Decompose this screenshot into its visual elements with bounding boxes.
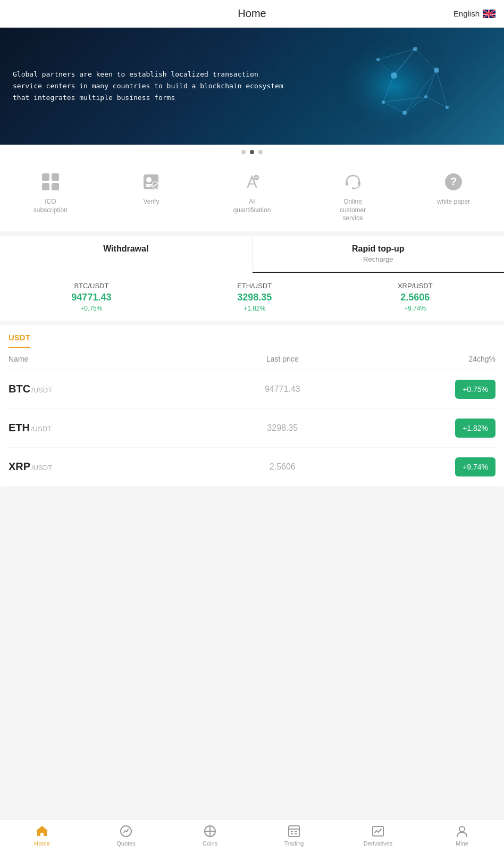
xrp-change: +9.74%: [398, 305, 433, 312]
table-header: Name Last price 24chg%: [9, 348, 495, 370]
col-price: Last price: [191, 355, 374, 363]
col-change: 24chg%: [374, 355, 495, 363]
eth-sub-label: /USDT: [31, 425, 52, 433]
ico-label: ICOsubscription: [33, 198, 68, 214]
grid-icon: [39, 170, 62, 194]
btc-change: +0.75%: [71, 305, 111, 312]
tab-topup[interactable]: Rapid top-up Recharge: [253, 236, 505, 273]
btc-sub-label: /USDT: [31, 386, 52, 394]
ai-icon: [240, 170, 264, 194]
eth-main-label: ETH: [9, 422, 30, 434]
svg-rect-29: [146, 184, 152, 186]
flag-icon: [483, 10, 495, 18]
eth-pair: ETH/USDT: [237, 282, 272, 290]
verify-label: Verify: [143, 198, 159, 206]
xrp-sub-label: /USDT: [31, 464, 52, 472]
svg-point-35: [352, 187, 354, 189]
svg-rect-23: [42, 173, 49, 181]
page-title: Home: [238, 7, 266, 20]
svg-point-15: [413, 47, 417, 51]
svg-point-22: [446, 106, 449, 109]
eth-change-badge: +1.82%: [455, 419, 495, 438]
btc-price: 94771.43: [71, 292, 111, 303]
svg-rect-26: [52, 183, 59, 190]
language-label: English: [453, 9, 480, 18]
topup-tab-label: Rapid top-up: [257, 244, 500, 254]
topup-tab-sub: Recharge: [257, 255, 500, 263]
btc-pair: BTC/USDT: [71, 282, 111, 290]
hero-banner: Global partners are keen to establish lo…: [0, 28, 504, 145]
dot-2[interactable]: [250, 150, 254, 154]
quick-action-verify[interactable]: Verify: [101, 170, 202, 223]
xrp-row-name: XRP /USDT: [9, 461, 191, 473]
usdt-tab[interactable]: USDT: [9, 325, 30, 348]
svg-point-28: [146, 177, 152, 182]
table-row[interactable]: ETH /USDT 3298.35 +1.82%: [9, 409, 495, 448]
eth-row-change: +1.82%: [374, 419, 495, 438]
btc-row-price: 94771.43: [191, 384, 374, 394]
quick-action-ico[interactable]: ICOsubscription: [0, 170, 101, 223]
svg-point-16: [434, 68, 439, 73]
xrp-change-badge: +9.74%: [455, 457, 495, 476]
verify-icon: [139, 170, 163, 194]
ticker-btc[interactable]: BTC/USDT 94771.43 +0.75%: [71, 282, 111, 312]
col-name: Name: [9, 355, 191, 363]
svg-rect-25: [42, 183, 49, 190]
svg-point-1: [330, 33, 458, 139]
quick-action-whitepaper[interactable]: ? white paper: [403, 170, 504, 223]
eth-change: +1.82%: [237, 305, 272, 312]
svg-point-18: [402, 111, 407, 115]
whitepaper-label: white paper: [437, 198, 470, 206]
xrp-row-change: +9.74%: [374, 457, 495, 476]
tab-withdrawal[interactable]: Withdrawal: [0, 236, 253, 273]
headset-icon: [341, 170, 365, 194]
dot-1[interactable]: [241, 150, 246, 154]
svg-point-20: [391, 72, 397, 79]
price-ticker: BTC/USDT 94771.43 +0.75% ETH/USDT 3298.3…: [0, 273, 504, 321]
ai-label: AIquantification: [233, 198, 271, 214]
xrp-row-price: 2.5606: [191, 462, 374, 472]
quick-action-customer-service[interactable]: Onlinecustomerservice: [303, 170, 404, 223]
usdt-tab-label: USDT: [9, 333, 30, 342]
banner-text: Global partners are keen to establish lo…: [0, 58, 303, 114]
svg-rect-24: [52, 173, 59, 181]
eth-row-price: 3298.35: [191, 423, 374, 433]
eth-row-name: ETH /USDT: [9, 422, 191, 434]
xrp-main-label: XRP: [9, 461, 30, 473]
btc-change-badge: +0.75%: [455, 380, 495, 399]
quick-action-ai[interactable]: AIquantification: [201, 170, 303, 223]
transaction-tabs: Withdrawal Rapid top-up Recharge: [0, 236, 504, 273]
ticker-eth[interactable]: ETH/USDT 3298.35 +1.82%: [237, 282, 272, 312]
table-row[interactable]: BTC /USDT 94771.43 +0.75%: [9, 370, 495, 409]
banner-dots: [0, 145, 504, 160]
svg-rect-33: [346, 181, 348, 186]
svg-point-19: [382, 101, 385, 104]
market-section: USDT Name Last price 24chg% BTC /USDT 94…: [0, 325, 504, 487]
xrp-price: 2.5606: [398, 292, 433, 303]
question-icon: ?: [442, 170, 465, 194]
svg-point-21: [376, 58, 380, 61]
svg-point-17: [424, 95, 427, 98]
language-selector[interactable]: English: [453, 9, 495, 18]
btc-row-change: +0.75%: [374, 380, 495, 399]
svg-rect-30: [146, 186, 151, 187]
btc-main-label: BTC: [9, 383, 30, 395]
quick-actions: ICOsubscription Verify AIquantification: [0, 160, 504, 231]
eth-price: 3298.35: [237, 292, 272, 303]
svg-text:?: ?: [450, 175, 457, 187]
table-row[interactable]: XRP /USDT 2.5606 +9.74%: [9, 448, 495, 487]
customer-service-label: Onlinecustomerservice: [340, 198, 366, 223]
dot-3[interactable]: [258, 150, 263, 154]
header: Home English: [0, 0, 504, 28]
btc-row-name: BTC /USDT: [9, 383, 191, 395]
ticker-xrp[interactable]: XRP/USDT 2.5606 +9.74%: [398, 282, 433, 312]
xrp-pair: XRP/USDT: [398, 282, 433, 290]
withdrawal-tab-label: Withdrawal: [4, 244, 248, 254]
